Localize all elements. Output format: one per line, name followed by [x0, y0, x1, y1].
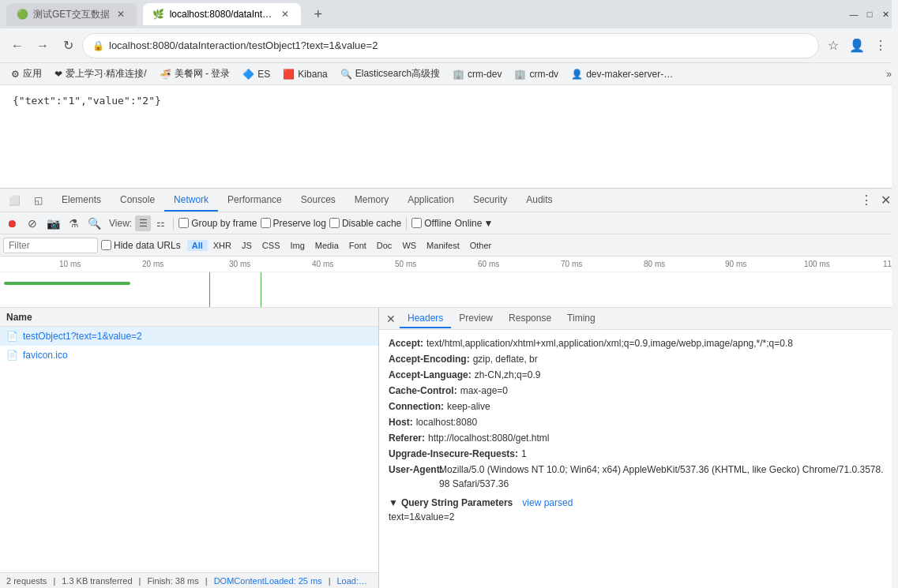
view-parsed-link[interactable]: view parsed [522, 497, 573, 508]
filter-xhr-button[interactable]: XHR [209, 240, 236, 251]
refresh-button[interactable]: ↻ [57, 35, 79, 57]
profile-button[interactable]: 👤 [846, 35, 868, 57]
online-select[interactable]: Online ▼ [455, 218, 494, 229]
detail-scrollbar[interactable] [892, 308, 898, 588]
detail-tab-preview[interactable]: Preview [451, 309, 501, 328]
header-host: Host: localhost:8080 [389, 415, 889, 429]
tick-10ms: 10 ms [59, 260, 81, 268]
tab-sources[interactable]: Sources [291, 189, 345, 212]
filter-ws-button[interactable]: WS [397, 240, 421, 251]
tab-memory[interactable]: Memory [345, 189, 398, 212]
tab-elements[interactable]: Elements [52, 189, 111, 212]
bookmark-4[interactable]: 🟥 Kibana [278, 67, 332, 81]
bookmark2-icon: 🍜 [160, 69, 171, 80]
bookmark-1[interactable]: ❤ 爱上学习·精准连接/ [50, 66, 152, 82]
devtools-dock-button[interactable]: ⬜ [3, 189, 25, 212]
hide-data-urls-checkbox[interactable]: Hide data URLs [101, 240, 181, 251]
offline-checkbox[interactable]: Offline [411, 218, 451, 229]
requests-count: 2 requests [6, 576, 47, 586]
bookmark-5[interactable]: 🔍 Elasticsearch高级搜 [336, 66, 445, 82]
record-button[interactable]: ⏺ [3, 215, 21, 232]
filter-img-button[interactable]: Img [285, 240, 309, 251]
group-by-frame-checkbox[interactable]: Group by frame [178, 218, 257, 229]
bookmark-apps[interactable]: ⚙ 应用 [6, 66, 47, 82]
filter-font-button[interactable]: Font [344, 240, 371, 251]
omnibox[interactable]: 🔒 localhost:8080/dataInteraction/testObj… [82, 33, 819, 58]
forward-button[interactable]: → [32, 35, 54, 57]
filter-manifest-button[interactable]: Manifest [422, 240, 464, 251]
detail-tab-timing[interactable]: Timing [559, 309, 603, 328]
separator1: | [53, 576, 55, 586]
tab2-close-button[interactable]: ✕ [279, 8, 291, 21]
camera-button[interactable]: 📷 [44, 215, 62, 232]
filter-doc-button[interactable]: Doc [372, 240, 397, 251]
file2-name: favicon.ico [23, 350, 68, 361]
bookmark-8[interactable]: 👤 dev-maker-server-… [566, 67, 678, 81]
timeline: 10 ms 20 ms 30 ms 40 ms 50 ms 60 ms 70 m… [0, 257, 898, 308]
tab-network[interactable]: Network [164, 189, 218, 212]
filter-css-button[interactable]: CSS [257, 240, 285, 251]
tab-console[interactable]: Console [111, 189, 164, 212]
devtools-more-button[interactable]: ⋮ [857, 191, 876, 210]
maximize-button[interactable]: □ [863, 8, 876, 21]
filter-js-button[interactable]: JS [237, 240, 257, 251]
search-button[interactable]: 🔍 [85, 215, 103, 232]
bookmark5-icon: 🔍 [340, 69, 352, 80]
list-view-button[interactable]: ☰ [135, 215, 151, 231]
timeline-bar-green [4, 282, 130, 285]
filter-all-button[interactable]: All [187, 240, 208, 251]
filter-input[interactable] [3, 238, 98, 253]
load-time[interactable]: Load:… [336, 576, 367, 586]
detail-tab-response[interactable]: Response [501, 309, 559, 328]
file1-icon: 📄 [6, 331, 18, 342]
tab2-favicon: 🌿 [152, 8, 165, 21]
new-tab-button[interactable]: + [307, 3, 329, 25]
star-button[interactable]: ☆ [822, 35, 844, 57]
timeline-header: 10 ms 20 ms 30 ms 40 ms 50 ms 60 ms 70 m… [0, 257, 898, 272]
header-referer: Referer: http://localhost:8080/get.html [389, 431, 889, 445]
file-item-2[interactable]: 📄 favicon.ico [0, 346, 378, 365]
tab1-close-button[interactable]: ✕ [115, 8, 127, 21]
tab1-title: 测试GET交互数据 [33, 8, 110, 21]
tab-2[interactable]: 🌿 localhost:8080/dataInteractio… ✕ [143, 3, 301, 25]
timeline-body [0, 272, 898, 307]
devtools-undock-button[interactable]: ◱ [27, 189, 49, 212]
network-toolbar: ⏺ ⊘ 📷 ⚗ 🔍 View: ☰ ⚏ Group by frame Prese… [0, 212, 898, 234]
stop-button[interactable]: ⊘ [24, 215, 41, 232]
filter-other-button[interactable]: Other [465, 240, 497, 251]
tick-90ms: 90 ms [725, 260, 746, 268]
disable-cache-checkbox[interactable]: Disable cache [329, 218, 401, 229]
query-param-row: text=1&value=2 [389, 511, 889, 522]
devtools-header: ⬜ ◱ Elements Console Network Performance… [0, 189, 898, 212]
tick-80ms: 80 ms [644, 260, 665, 268]
tab-1[interactable]: 🟢 测试GET交互数据 ✕ [6, 3, 137, 26]
minimize-button[interactable]: — [847, 8, 860, 21]
view-buttons: ☰ ⚏ [135, 215, 168, 231]
cache-control-val: max-age=0 [460, 384, 508, 398]
bookmark-6[interactable]: 🏢 crm-dev [448, 67, 506, 81]
dom-content-loaded[interactable]: DOMContentLoaded: 25 ms [214, 576, 322, 586]
devtools-panel: ⬜ ◱ Elements Console Network Performance… [0, 188, 898, 588]
menu-button[interactable]: ⋮ [870, 35, 892, 57]
bookmark-2[interactable]: 🍜 美餐网 - 登录 [155, 66, 235, 82]
file-item-1[interactable]: 📄 testObject1?text=1&value=2 [0, 327, 378, 346]
detail-tab-headers[interactable]: Headers [400, 309, 451, 328]
lock-icon: 🔒 [92, 40, 104, 51]
detail-view-button[interactable]: ⚏ [152, 215, 168, 231]
query-params-title[interactable]: ▼ Query String Parameters view parsed [389, 497, 889, 508]
bookmarks-more-button[interactable]: » [886, 69, 892, 80]
tick-50ms: 50 ms [395, 260, 416, 268]
tab-security[interactable]: Security [464, 189, 517, 212]
tab-performance[interactable]: Performance [218, 189, 291, 212]
filter-media-button[interactable]: Media [310, 240, 344, 251]
filter-button[interactable]: ⚗ [65, 215, 82, 232]
preserve-log-checkbox[interactable]: Preserve log [261, 218, 326, 229]
bookmark-7[interactable]: 🏢 crm-dv [509, 67, 563, 81]
host-val: localhost:8080 [416, 415, 477, 429]
tab-audits[interactable]: Audits [517, 189, 562, 212]
tab-application[interactable]: Application [398, 189, 464, 212]
detail-close-button[interactable]: ✕ [382, 310, 400, 328]
back-button[interactable]: ← [6, 35, 28, 57]
bookmark-3[interactable]: 🔷 ES [238, 67, 275, 81]
close-button[interactable]: ✕ [879, 8, 892, 21]
